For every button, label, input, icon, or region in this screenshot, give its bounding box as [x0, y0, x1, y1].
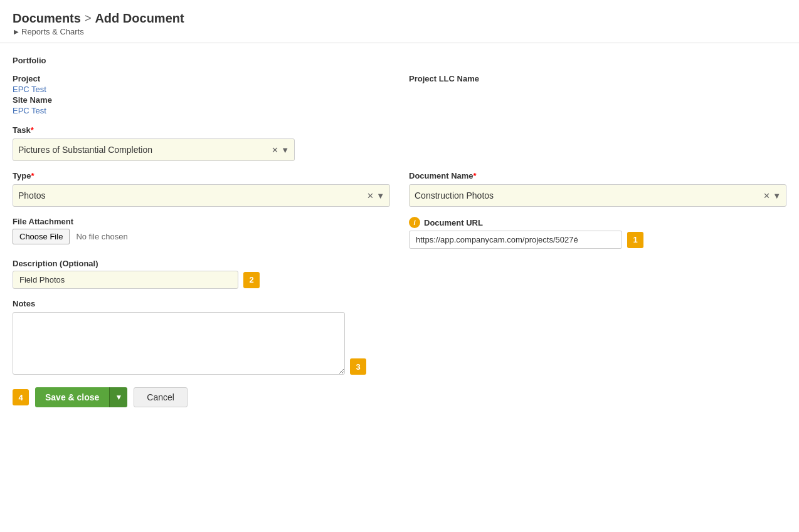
- site-name-value: EPC Test: [13, 106, 390, 115]
- description-badge: 2: [243, 272, 260, 288]
- choose-file-button[interactable]: Choose File: [13, 229, 70, 244]
- type-select[interactable]: Photos ✕ ▼: [13, 184, 390, 207]
- type-chevron-icon[interactable]: ▼: [376, 191, 384, 201]
- notes-textarea[interactable]: [13, 312, 345, 375]
- document-name-label: Document Name*: [409, 171, 786, 180]
- no-file-label: No file chosen: [76, 232, 127, 241]
- document-name-select-value: Construction Photos: [415, 190, 763, 201]
- task-select-value: Pictures of Substantial Completion: [18, 145, 272, 155]
- type-select-value: Photos: [18, 190, 367, 201]
- notes-badge: 3: [350, 358, 366, 375]
- task-label: Task*: [13, 125, 786, 135]
- document-name-select[interactable]: Construction Photos ✕ ▼: [409, 184, 786, 207]
- project-label: Project: [13, 74, 390, 83]
- description-label: Description (Optional): [13, 259, 786, 268]
- site-name-label: Site Name: [13, 95, 390, 105]
- task-clear-icon[interactable]: ✕: [272, 145, 278, 155]
- file-attachment-label: File Attachment: [13, 217, 390, 226]
- type-required-marker: *: [31, 171, 34, 180]
- cancel-button[interactable]: Cancel: [134, 387, 188, 407]
- type-label: Type*: [13, 171, 390, 180]
- section-portfolio: Portfolio: [13, 56, 786, 65]
- document-name-clear-icon[interactable]: ✕: [763, 191, 770, 201]
- document-url-info-icon: i: [409, 217, 420, 228]
- save-dropdown-button[interactable]: ▼: [109, 387, 127, 407]
- type-clear-icon[interactable]: ✕: [367, 191, 374, 201]
- save-button-group: Save & close ▼: [35, 387, 127, 407]
- description-input[interactable]: [13, 271, 238, 289]
- save-close-button[interactable]: Save & close: [35, 387, 109, 407]
- project-llc-label: Project LLC Name: [409, 74, 786, 83]
- task-chevron-icon[interactable]: ▼: [281, 145, 289, 155]
- reports-charts-toggle-icon[interactable]: ▶: [14, 28, 19, 35]
- breadcrumb-parent[interactable]: Documents: [13, 11, 81, 26]
- document-name-required-marker: *: [474, 171, 477, 180]
- task-required-marker: *: [31, 125, 34, 135]
- project-value: EPC Test: [13, 85, 390, 94]
- reports-charts-label[interactable]: Reports & Charts: [21, 27, 84, 36]
- document-name-chevron-icon[interactable]: ▼: [773, 191, 781, 201]
- save-badge: 4: [13, 389, 29, 405]
- notes-label: Notes: [13, 299, 786, 308]
- breadcrumb-current: Add Document: [95, 11, 184, 26]
- document-url-badge: 1: [627, 232, 643, 248]
- document-url-input[interactable]: [409, 231, 622, 249]
- task-select[interactable]: Pictures of Substantial Completion ✕ ▼: [13, 138, 295, 161]
- breadcrumb-separator: >: [85, 12, 92, 25]
- document-url-label: i Document URL: [409, 217, 786, 228]
